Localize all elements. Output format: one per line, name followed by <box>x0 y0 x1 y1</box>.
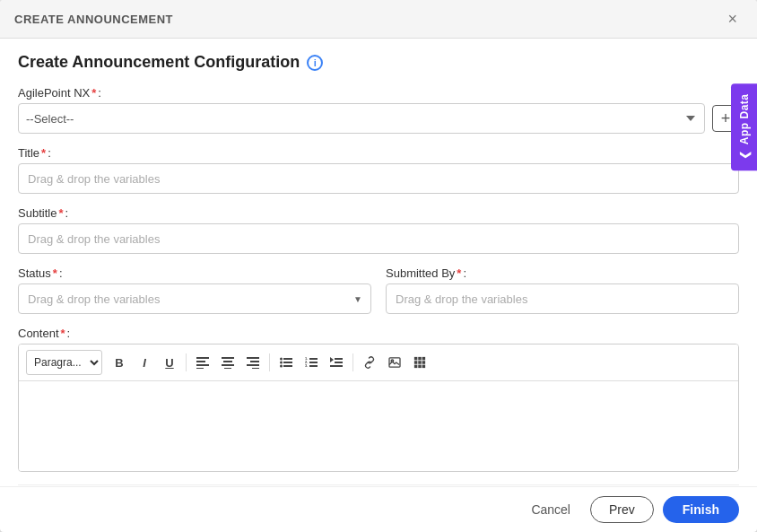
unordered-list-button[interactable] <box>274 351 298 374</box>
svg-rect-19 <box>309 358 318 360</box>
close-button[interactable]: × <box>722 9 743 29</box>
cancel-button[interactable]: Cancel <box>520 497 581 522</box>
footer-actions: Advanced + <box>18 484 739 486</box>
svg-text:3.: 3. <box>305 363 308 368</box>
link-button[interactable] <box>358 351 381 374</box>
title-label: Title * : <box>18 146 739 160</box>
modal-header: CREATE ANNOUNCEMENT × <box>0 0 757 39</box>
svg-rect-9 <box>250 361 259 362</box>
underline-button[interactable]: U <box>158 351 181 374</box>
ordered-list-button[interactable]: 1.2.3. <box>300 351 323 374</box>
toolbar-divider-3 <box>352 353 353 371</box>
svg-rect-17 <box>283 365 292 367</box>
status-label: Status * : <box>18 266 371 280</box>
submittedby-input[interactable] <box>386 283 739 314</box>
page-title-row: Create Announcement Configuration i <box>18 53 739 72</box>
title-input[interactable] <box>18 163 739 194</box>
svg-rect-15 <box>283 362 292 363</box>
svg-rect-37 <box>418 365 422 369</box>
subtitle-label: Subtitle * : <box>18 206 739 220</box>
title-row: Title * : <box>18 146 739 194</box>
app-data-label: App Data <box>738 94 751 145</box>
info-icon[interactable]: i <box>307 55 323 71</box>
svg-rect-32 <box>422 357 426 361</box>
page-title-text: Create Announcement Configuration <box>18 53 300 72</box>
agilepoint-select[interactable]: --Select-- <box>18 103 705 134</box>
align-right-icon <box>247 356 259 369</box>
svg-rect-35 <box>422 361 426 364</box>
toolbar-divider-1 <box>186 353 187 371</box>
indent-button[interactable] <box>325 351 348 374</box>
prev-button[interactable]: Prev <box>590 496 654 523</box>
subtitle-row: Subtitle * : <box>18 206 739 254</box>
svg-rect-0 <box>196 357 209 359</box>
svg-rect-7 <box>224 368 231 369</box>
table-button[interactable] <box>408 351 431 374</box>
modal-title: CREATE ANNOUNCEMENT <box>14 13 173 26</box>
finish-button[interactable]: Finish <box>663 496 739 523</box>
submittedby-required: * <box>457 266 461 280</box>
content-row: Content * : Paragra... Heading 1 Heading… <box>18 327 739 472</box>
paragraph-select[interactable]: Paragra... Heading 1 Heading 2 Heading 3 <box>26 350 102 375</box>
svg-point-12 <box>280 358 283 361</box>
svg-marker-24 <box>330 357 334 362</box>
svg-rect-11 <box>252 368 259 369</box>
svg-rect-38 <box>422 365 426 369</box>
svg-rect-5 <box>223 361 232 362</box>
svg-rect-25 <box>335 358 343 360</box>
status-input[interactable] <box>18 283 371 314</box>
svg-rect-2 <box>196 364 209 366</box>
ordered-list-icon: 1.2.3. <box>305 357 318 368</box>
svg-rect-33 <box>414 361 418 364</box>
indent-icon <box>330 357 343 368</box>
modal-bottom: Cancel Prev Finish <box>0 486 757 532</box>
content-required: * <box>61 327 65 340</box>
editor-content-area[interactable] <box>19 381 738 471</box>
app-data-tab[interactable]: ❮ App Data <box>731 83 757 170</box>
svg-rect-34 <box>418 361 422 364</box>
status-row: Status * : ▼ Submitted By * : <box>18 266 739 327</box>
svg-rect-21 <box>309 362 318 363</box>
image-button[interactable] <box>383 351 406 374</box>
image-icon <box>388 357 401 368</box>
agilepoint-row: AgilePoint NX * : --Select-- + <box>18 86 739 134</box>
svg-rect-3 <box>196 368 204 369</box>
svg-rect-31 <box>418 357 422 361</box>
svg-rect-1 <box>196 361 205 362</box>
bold-button[interactable]: B <box>108 351 131 374</box>
svg-rect-4 <box>222 357 234 359</box>
submittedby-field: Submitted By * : <box>386 266 739 314</box>
italic-button[interactable]: I <box>133 351 156 374</box>
table-icon <box>413 356 426 369</box>
agilepoint-label: AgilePoint NX * : <box>18 86 739 100</box>
link-icon <box>363 356 376 369</box>
modal-body: ❮ App Data Create Announcement Configura… <box>0 39 757 486</box>
subtitle-required: * <box>58 206 63 220</box>
svg-point-16 <box>280 365 283 368</box>
align-left-button[interactable] <box>191 351 214 374</box>
svg-point-14 <box>280 362 283 364</box>
create-announcement-modal: CREATE ANNOUNCEMENT × ❮ App Data Create … <box>0 0 757 532</box>
content-label: Content * : <box>18 327 739 340</box>
align-center-button[interactable] <box>216 351 239 374</box>
editor-container: Paragra... Heading 1 Heading 2 Heading 3… <box>18 344 739 472</box>
svg-rect-30 <box>414 357 418 361</box>
svg-rect-8 <box>247 357 259 359</box>
subtitle-input[interactable] <box>18 223 739 254</box>
agilepoint-required: * <box>91 86 96 100</box>
svg-rect-6 <box>222 364 234 366</box>
status-input-wrap: ▼ <box>18 283 371 314</box>
title-required: * <box>41 146 46 160</box>
align-right-button[interactable] <box>241 351 265 374</box>
app-data-chevron-icon: ❮ <box>738 151 751 161</box>
svg-rect-36 <box>414 365 418 369</box>
agilepoint-select-row: --Select-- + <box>18 103 739 134</box>
status-field: Status * : ▼ <box>18 266 371 314</box>
align-left-icon <box>196 356 209 369</box>
toolbar-divider-2 <box>269 353 270 371</box>
svg-rect-13 <box>283 358 292 360</box>
align-center-icon <box>222 356 234 369</box>
status-required: * <box>53 266 57 280</box>
svg-rect-27 <box>330 365 343 367</box>
editor-toolbar: Paragra... Heading 1 Heading 2 Heading 3… <box>19 344 738 381</box>
